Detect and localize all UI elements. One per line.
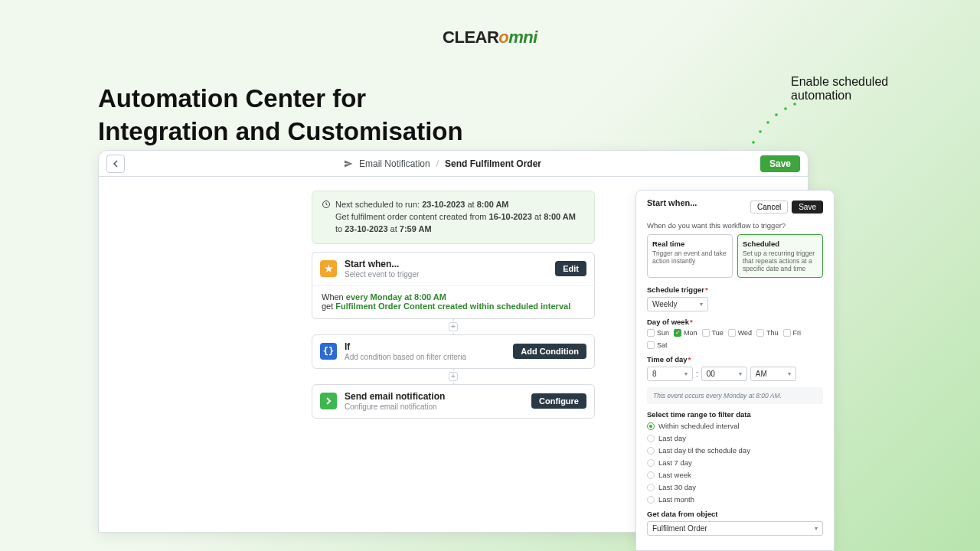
clock-icon: [322, 200, 331, 209]
schedule-trigger-label: Schedule trigger: [647, 285, 823, 294]
add-condition-button[interactable]: Add Condition: [513, 344, 586, 359]
step-subtitle: Configure email notification: [345, 403, 524, 411]
day-wed[interactable]: Wed: [728, 329, 752, 337]
object-label: Get data from object: [647, 510, 823, 518]
star-icon: ★: [320, 260, 337, 277]
trigger-content-link[interactable]: Fulfilment Order Content created within …: [335, 302, 570, 311]
range-option[interactable]: Last month: [647, 495, 823, 504]
svg-point-15: [766, 121, 769, 124]
panel-title: Start when...: [647, 198, 697, 207]
step-subtitle: Select event to trigger: [345, 270, 547, 279]
time-range-label: Select time range to filter data: [647, 410, 823, 419]
svg-point-17: [752, 141, 755, 144]
braces-icon: {}: [320, 343, 337, 360]
add-step-button[interactable]: +: [449, 372, 458, 381]
page-heading: Automation Center for Integration and Cu…: [98, 83, 463, 148]
chevron-left-icon: [112, 160, 119, 168]
svg-point-12: [793, 103, 796, 106]
day-tue[interactable]: Tue: [702, 329, 724, 337]
save-button[interactable]: Save: [792, 201, 823, 214]
step-title: Send email notification: [345, 391, 524, 402]
schedule-hint: This event occurs every Monday at 8:00 A…: [647, 387, 823, 404]
step-send-email: Send email notification Configure email …: [312, 384, 595, 419]
step-title: Start when...: [345, 259, 547, 269]
day-of-week-label: Day of week: [647, 318, 823, 326]
step-body: When every Monday at 8:00 AM get Fulfilm…: [312, 285, 594, 318]
send-icon: [344, 159, 353, 168]
save-button[interactable]: Save: [760, 155, 800, 172]
svg-point-16: [759, 130, 762, 133]
edit-button[interactable]: Edit: [555, 261, 586, 276]
range-option[interactable]: Last week: [647, 471, 823, 479]
svg-point-14: [775, 113, 778, 116]
minute-select[interactable]: 00: [701, 367, 747, 381]
ampm-select[interactable]: AM: [750, 367, 796, 381]
back-button[interactable]: [106, 155, 125, 173]
start-when-panel: Start when... Cancel Save When do you wa…: [635, 190, 835, 551]
range-option[interactable]: Last 30 day: [647, 483, 823, 491]
app-topbar: Email Notification / Send Fulfilment Ord…: [99, 151, 808, 177]
step-title: If: [345, 341, 505, 352]
schedule-banner: Next scheduled to run: 23-10-2023 at 8:0…: [312, 191, 595, 244]
hour-select[interactable]: 8: [647, 367, 693, 381]
breadcrumb-section[interactable]: Email Notification: [359, 158, 430, 169]
breadcrumb: Email Notification / Send Fulfilment Ord…: [132, 158, 753, 169]
day-sun[interactable]: Sun: [647, 329, 669, 337]
brand-logo: CLEARomni: [443, 28, 537, 47]
trigger-option-realtime[interactable]: Real timeTrigger an event and take actio…: [647, 234, 733, 278]
arrow-right-icon: [320, 393, 337, 409]
day-mon[interactable]: Mon: [674, 329, 697, 337]
annotation-right: Enable scheduled automation: [791, 75, 921, 103]
trigger-question: When do you want this workflow to trigge…: [647, 221, 823, 230]
step-if: {} If Add condition based on filter crit…: [312, 334, 595, 369]
breadcrumb-page: Send Fulfilment Order: [445, 158, 541, 169]
svg-point-13: [784, 107, 787, 110]
day-of-week-group: Sun Mon Tue Wed Thu Fri Sat: [647, 329, 823, 349]
object-select[interactable]: Fulfilment Order: [647, 521, 823, 536]
time-of-day-label: Time of day: [647, 355, 823, 364]
day-fri[interactable]: Fri: [783, 329, 802, 337]
trigger-frequency-link[interactable]: every Monday at 8:00 AM: [346, 292, 446, 302]
range-option[interactable]: Last day: [647, 434, 823, 442]
configure-button[interactable]: Configure: [531, 393, 586, 409]
trigger-option-scheduled[interactable]: ScheduledSet up a recurring trigger that…: [737, 234, 823, 278]
day-sat[interactable]: Sat: [647, 341, 668, 349]
cancel-button[interactable]: Cancel: [750, 201, 788, 214]
step-subtitle: Add condition based on filter criteria: [345, 353, 505, 361]
add-step-button[interactable]: +: [449, 322, 458, 331]
day-thu[interactable]: Thu: [756, 329, 779, 337]
step-start-when: ★ Start when... Select event to trigger …: [312, 252, 595, 319]
range-option[interactable]: Last 7 day: [647, 458, 823, 467]
range-option[interactable]: Last day til the schedule day: [647, 446, 823, 455]
range-option[interactable]: Within scheduled interval: [647, 422, 823, 430]
schedule-trigger-select[interactable]: Weekly: [647, 297, 708, 311]
